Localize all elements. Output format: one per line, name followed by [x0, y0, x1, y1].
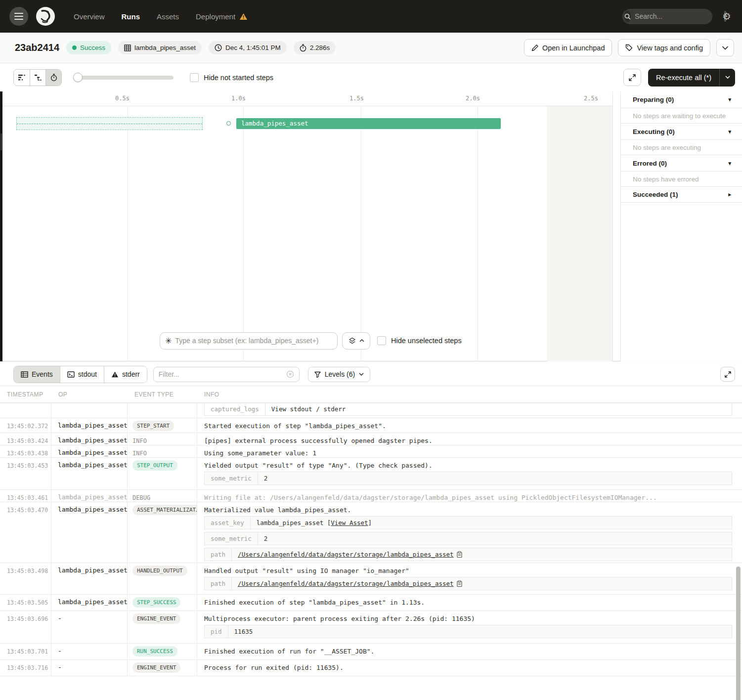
log-message: Multiprocess executor: parent process ex…	[204, 611, 737, 622]
tab-stdout[interactable]: stdout	[60, 366, 104, 383]
levels-dropdown-button[interactable]: Levels (6)	[308, 367, 370, 382]
open-in-launchpad-button[interactable]: Open in Launchpad	[524, 39, 612, 56]
flat-view-button[interactable]	[14, 70, 30, 86]
column-header-info: INFO	[197, 391, 742, 398]
sidebar-section-preparing[interactable]: Preparing (0)▾	[621, 91, 742, 108]
stopwatch-icon	[300, 44, 306, 52]
job-name-tag[interactable]: lambda_pipes_asset	[118, 41, 202, 54]
copy-clipboard-icon[interactable]	[457, 580, 462, 587]
log-row[interactable]: 13:45:03.453lambda_pipes_assetSTEP_OUTPU…	[0, 457, 742, 489]
timeline-gridline	[243, 106, 244, 361]
metadata-path-link[interactable]: /Users/alangenfeld/data/dagster/storage/…	[238, 551, 454, 558]
tab-stderr[interactable]: stderr	[104, 366, 147, 383]
reexecute-options-button[interactable]	[719, 69, 735, 87]
log-timestamp: 13:45:03.424	[0, 433, 51, 445]
log-row[interactable]: 13:45:03.470lambda_pipes_assetASSET_MATE…	[0, 502, 742, 563]
log-event-type: STEP_SUCCESS	[128, 595, 197, 611]
metadata-path-link[interactable]: /Users/alangenfeld/data/dagster/storage/…	[238, 580, 454, 587]
dagster-logo-icon[interactable]	[35, 6, 56, 27]
collapsed-panel-strip[interactable]	[0, 91, 2, 361]
timeline-ruler: 0.5s1.0s1.5s2.0s2.5s	[0, 91, 613, 106]
log-row[interactable]: 13:45:03.438lambda_pipes_assetINFOUsing …	[0, 445, 742, 457]
nav-item-label: Runs	[122, 12, 140, 21]
metadata-key: captured_logs	[205, 403, 265, 415]
settings-gear-icon[interactable]: ⚙	[722, 11, 731, 21]
copy-clipboard-icon[interactable]	[457, 551, 462, 558]
log-op: lambda_pipes_asset	[51, 563, 128, 594]
reexecute-all-button[interactable]: Re-execute all (*)	[648, 69, 735, 87]
log-row[interactable]: 13:45:03.505lambda_pipes_assetSTEP_SUCCE…	[0, 594, 742, 611]
log-op	[51, 403, 128, 418]
search-input[interactable]	[635, 12, 724, 20]
logs-scrollbar[interactable]	[736, 567, 741, 700]
slider-knob[interactable]	[73, 73, 83, 82]
view-tags-config-button[interactable]: View tags and config	[618, 39, 710, 56]
log-row[interactable]: 13:45:03.716-ENGINE_EVENTProcess for run…	[0, 659, 742, 676]
run-header-more-button[interactable]	[716, 39, 734, 56]
step-status-sidebar: Preparing (0)▾No steps are waiting to ex…	[620, 91, 742, 361]
tab-label: stdout	[78, 370, 97, 378]
log-row[interactable]: 13:45:03.696-ENGINE_EVENTMultiprocess ex…	[0, 611, 742, 643]
metadata-value: 11635	[228, 625, 732, 638]
log-row[interactable]: 13:45:03.424lambda_pipes_assetINFO[pipes…	[0, 433, 742, 445]
sidebar-section-errored[interactable]: Errored (0)▾	[621, 155, 742, 171]
pencil-icon	[531, 44, 538, 51]
gantt-toolbar: Hide not started steps Re-execute all (*…	[0, 63, 742, 91]
log-message: Started execution of step "lambda_pipes_…	[204, 418, 737, 430]
timeline-tick-label: 1.5s	[349, 95, 364, 102]
warning-icon	[111, 371, 119, 378]
column-header-timestamp: TIMESTAMP	[0, 391, 51, 398]
tab-label: Events	[32, 370, 53, 378]
sidebar-empty-text: No steps are waiting to execute	[621, 108, 742, 123]
log-op: -	[51, 644, 128, 659]
global-search[interactable]: /	[622, 9, 712, 24]
run-id-title: 23ab2414	[15, 42, 59, 53]
clear-filter-icon[interactable]	[286, 370, 294, 378]
log-timestamp: 13:45:03.716	[0, 660, 51, 676]
sidebar-section-title: Executing (0)	[633, 128, 675, 135]
log-op: lambda_pipes_asset	[51, 445, 128, 457]
log-event-type: ENGINE_EVENT	[128, 611, 197, 643]
table-icon	[21, 371, 28, 378]
timeline-tick-label: 2.5s	[584, 95, 598, 102]
hide-unselected-label: Hide unselected steps	[391, 337, 462, 345]
tab-events[interactable]: Events	[14, 366, 60, 383]
timed-view-button[interactable]	[45, 70, 61, 86]
log-timestamp: 13:45:03.505	[0, 595, 51, 611]
hide-unselected-checkbox[interactable]	[377, 336, 386, 345]
log-timestamp: 13:45:03.461	[0, 490, 51, 502]
log-info: Yielded output "result" of type "Any". (…	[197, 458, 742, 489]
event-type-badge: STEP_OUTPUT	[132, 460, 177, 471]
nav-item-overview[interactable]: Overview	[74, 12, 105, 21]
graph-query-toggle-button[interactable]	[342, 332, 370, 350]
metadata-value: lambda_pipes_asset [View Asset]	[251, 517, 732, 529]
gantt-step-bar[interactable]: lambda_pipes_asset	[236, 118, 501, 129]
log-info: Process for run exited (pid: 11635).	[197, 660, 742, 676]
sidebar-section-executing[interactable]: Executing (0)▾	[621, 123, 742, 139]
metadata-table: asset_keylambda_pipes_asset [View Asset]	[204, 516, 732, 529]
waterfall-view-button[interactable]	[30, 70, 45, 86]
clock-icon	[215, 44, 222, 51]
log-row[interactable]: 13:45:03.701-RUN_SUCCESSFinished executi…	[0, 643, 742, 659]
log-row[interactable]: captured_logsView stdout / stderr	[0, 403, 742, 418]
log-row[interactable]: 13:45:03.461lambda_pipes_assetDEBUGWriti…	[0, 489, 742, 502]
log-row[interactable]: 13:45:03.498lambda_pipes_assetHANDLED_OU…	[0, 563, 742, 594]
log-row[interactable]: 13:45:02.372lambda_pipes_assetSTEP_START…	[0, 418, 742, 433]
timeline-tick-label: 1.0s	[231, 95, 246, 102]
nav-item-runs[interactable]: Runs	[122, 12, 140, 21]
step-subset-box: ✳	[160, 332, 338, 350]
nav-item-deployment[interactable]: Deployment	[196, 12, 248, 21]
nav-item-assets[interactable]: Assets	[157, 12, 179, 21]
logs-filter-input[interactable]	[159, 370, 286, 378]
step-subset-input[interactable]	[175, 337, 332, 345]
sidebar-section-succeeded[interactable]: Succeeded (1)▸	[621, 186, 742, 203]
expand-icon	[725, 371, 731, 378]
log-message: Finished execution of run for "__ASSET_J…	[204, 644, 737, 655]
log-info: Handled output "result" using IO manager…	[197, 563, 742, 594]
hamburger-menu-button[interactable]	[9, 7, 28, 26]
logs-fullscreen-button[interactable]	[720, 367, 735, 382]
hide-not-started-checkbox[interactable]	[190, 73, 199, 82]
view-asset-link[interactable]: View Asset	[331, 519, 368, 526]
gantt-fullscreen-button[interactable]	[623, 69, 641, 86]
gantt-zoom-slider[interactable]	[74, 76, 174, 80]
